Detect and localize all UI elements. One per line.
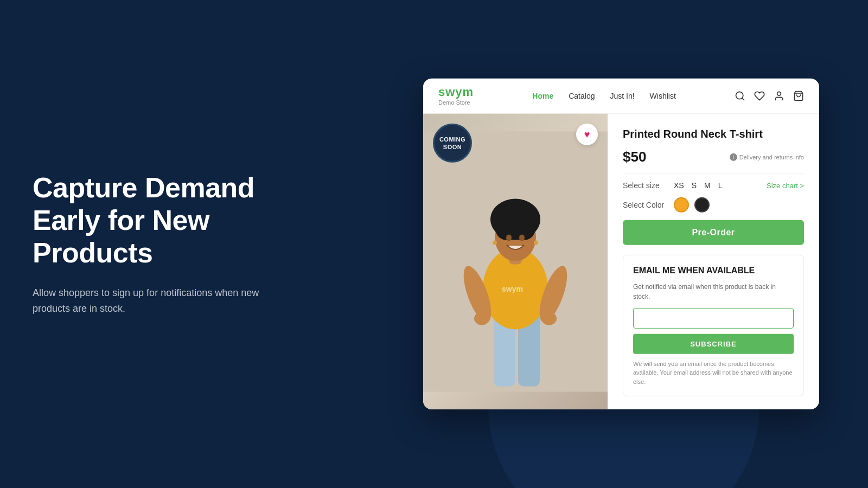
svg-point-22 bbox=[534, 241, 538, 245]
sub-text: Allow shoppers to sign up for notificati… bbox=[33, 285, 293, 317]
privacy-text: We will send you an email once the produ… bbox=[633, 359, 794, 387]
svg-point-2 bbox=[777, 92, 781, 95]
product-price: $50 bbox=[623, 149, 646, 165]
size-m[interactable]: M bbox=[704, 181, 711, 190]
logo-name: swym bbox=[438, 86, 474, 98]
product-card: swym Demo Store Home Catalog Just In! Wi… bbox=[423, 79, 819, 409]
svg-point-21 bbox=[493, 241, 497, 245]
wishlist-icon[interactable] bbox=[754, 91, 765, 101]
main-heading: Capture Demand Early for New Products bbox=[33, 172, 293, 269]
nav-home[interactable]: Home bbox=[532, 92, 553, 100]
email-notification-title: EMAIL ME WHEN AVAILABLE bbox=[633, 265, 794, 277]
left-section: Capture Demand Early for New Products Al… bbox=[33, 172, 293, 317]
info-icon: i bbox=[730, 153, 737, 160]
coming-soon-text: COMING SOON bbox=[435, 136, 470, 151]
svg-point-20 bbox=[541, 312, 557, 325]
email-description: Get notified via email when this product… bbox=[633, 282, 794, 301]
nav-justin[interactable]: Just In! bbox=[610, 92, 634, 100]
size-s[interactable]: S bbox=[692, 181, 697, 190]
svg-point-19 bbox=[474, 312, 489, 325]
email-notification: EMAIL ME WHEN AVAILABLE Get notified via… bbox=[623, 255, 804, 396]
email-input[interactable] bbox=[633, 308, 794, 329]
store-icons bbox=[735, 91, 804, 101]
nav-catalog[interactable]: Catalog bbox=[569, 92, 595, 100]
delivery-info[interactable]: i Delivery and returns info bbox=[730, 153, 804, 160]
svg-point-17 bbox=[519, 235, 525, 241]
size-chart-link[interactable]: Size chart > bbox=[767, 181, 804, 189]
nav-wishlist[interactable]: Wishlist bbox=[650, 92, 676, 100]
logo-sub: Demo Store bbox=[438, 99, 474, 106]
price-row: $50 i Delivery and returns info bbox=[623, 149, 804, 165]
size-xs[interactable]: XS bbox=[674, 181, 684, 190]
color-swatch-orange[interactable] bbox=[674, 197, 689, 213]
store-nav: Home Catalog Just In! Wishlist bbox=[532, 92, 676, 100]
size-options: XS S M L bbox=[674, 181, 723, 190]
delivery-text: Delivery and returns info bbox=[739, 153, 804, 160]
svg-text:swym: swym bbox=[502, 285, 523, 293]
preorder-button[interactable]: Pre-Order bbox=[623, 220, 804, 245]
search-icon[interactable] bbox=[735, 91, 745, 101]
store-header: swym Demo Store Home Catalog Just In! Wi… bbox=[423, 79, 819, 114]
product-image: COMING SOON ♥ bbox=[423, 114, 608, 409]
heart-icon: ♥ bbox=[584, 129, 590, 140]
svg-point-16 bbox=[506, 235, 512, 241]
color-row: Select Color bbox=[623, 197, 804, 213]
product-details: Printed Round Neck T-shirt $50 i Deliver… bbox=[608, 114, 819, 409]
color-swatch-black[interactable] bbox=[694, 197, 710, 213]
product-image-area: COMING SOON ♥ bbox=[423, 114, 608, 409]
store-logo: swym Demo Store bbox=[438, 86, 474, 106]
subscribe-button[interactable]: SUBSCRIBE bbox=[633, 334, 794, 354]
account-icon[interactable] bbox=[774, 91, 784, 101]
divider-1 bbox=[623, 173, 804, 174]
wishlist-button[interactable]: ♥ bbox=[576, 124, 598, 145]
color-label: Select Color bbox=[623, 201, 666, 209]
coming-soon-badge: COMING SOON bbox=[433, 124, 472, 163]
color-options bbox=[674, 197, 710, 213]
product-content: COMING SOON ♥ bbox=[423, 114, 819, 409]
svg-point-15 bbox=[494, 201, 537, 231]
product-title: Printed Round Neck T-shirt bbox=[623, 127, 804, 141]
size-row: Select size XS S M L Size chart > bbox=[623, 181, 804, 190]
svg-line-1 bbox=[742, 98, 744, 100]
cart-icon[interactable] bbox=[793, 91, 804, 101]
size-label: Select size bbox=[623, 181, 666, 190]
size-l[interactable]: L bbox=[718, 181, 723, 190]
